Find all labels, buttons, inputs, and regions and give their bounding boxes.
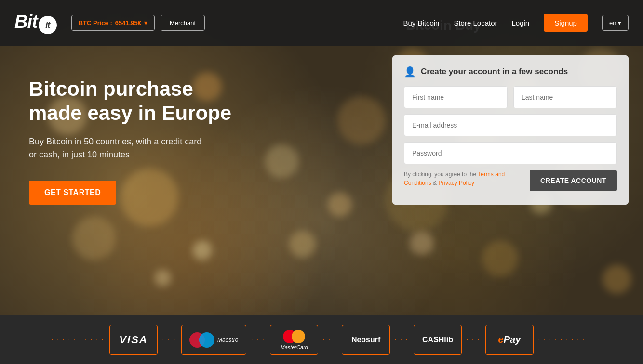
maestro-text: Maestro <box>217 337 238 343</box>
payment-dots-4: · · · <box>390 337 414 342</box>
btc-price-label: BTC Price : <box>79 19 112 26</box>
hero-section: Bitcoin purchase made easy in Europe Buy… <box>0 0 643 315</box>
form-header: 👤 Create your account in a few seconds <box>404 66 617 78</box>
maestro-circle-blue <box>199 332 214 348</box>
btc-price-dropdown-icon: ▾ <box>144 19 147 26</box>
create-account-button[interactable]: CREATE ACCOUNT <box>530 170 617 191</box>
neosurf-text: Neosurf <box>351 336 380 344</box>
email-input[interactable] <box>404 114 617 136</box>
maestro-logo: Maestro <box>181 325 246 355</box>
visa-text: VISA <box>119 334 147 346</box>
form-bottom: By clicking, you agree to the Terms and … <box>404 170 617 191</box>
mastercard-logo: MasterCard <box>270 325 318 355</box>
hero-content: Bitcoin purchase made easy in Europe Buy… <box>29 77 231 205</box>
header: Bitit BTC Price : 6541.95€ ▾ Merchant Bu… <box>0 0 643 46</box>
last-name-input[interactable] <box>513 86 617 108</box>
mc-circle-yellow <box>292 330 305 343</box>
nav-buy-bitcoin[interactable]: Buy Bitcoin <box>403 19 439 27</box>
logo: Bitit <box>14 12 57 35</box>
payment-dots-2: · · · <box>246 337 270 342</box>
user-icon: 👤 <box>404 66 416 78</box>
mastercard-content: MasterCard <box>280 330 308 350</box>
nav-login[interactable]: Login <box>512 19 530 27</box>
payment-dots-5: · · · <box>462 337 485 342</box>
payment-dots-1: · · · <box>158 337 181 342</box>
get-started-button[interactable]: GET STARTED <box>29 181 116 205</box>
mastercard-circles <box>283 330 305 343</box>
lang-selector[interactable]: en ▾ <box>602 15 629 31</box>
maestro-circles: Maestro <box>189 332 238 348</box>
visa-logo: VISA <box>109 325 158 355</box>
header-nav: Buy Bitcoin Store Locator Login Signup e… <box>403 14 629 32</box>
password-input[interactable] <box>404 142 617 164</box>
btc-price-value: 6541.95€ <box>115 19 141 26</box>
cashlib-logo: CASHlib <box>414 325 462 355</box>
name-row <box>404 86 617 108</box>
payment-dots-left: · · · · · · · · · · <box>47 337 109 342</box>
privacy-link[interactable]: Privacy Policy <box>438 180 474 186</box>
nav-store-locator[interactable]: Store Locator <box>454 19 497 27</box>
payment-dots-3: · · · <box>318 337 342 342</box>
epay-logo: ePay <box>485 325 534 355</box>
cashlib-text: CASHlib <box>422 336 453 344</box>
register-form: 👤 Create your account in a few seconds B… <box>392 55 629 205</box>
hero-subtitle: Buy Bitcoin in 50 countries, with a cred… <box>29 135 231 161</box>
btc-price-button[interactable]: BTC Price : 6541.95€ ▾ <box>71 15 155 31</box>
payment-strip: · · · · · · · · · · VISA · · · Maestro ·… <box>0 315 643 364</box>
epay-e: e <box>498 334 504 345</box>
epay-text: ePay <box>498 334 521 345</box>
merchant-button[interactable]: Merchant <box>161 15 205 31</box>
neosurf-logo: Neosurf <box>342 325 390 355</box>
hero-title: Bitcoin purchase made easy in Europe <box>29 77 231 126</box>
first-name-input[interactable] <box>404 86 508 108</box>
form-terms: By clicking, you agree to the Terms and … <box>404 170 523 187</box>
logo-circle: it <box>39 16 57 34</box>
mastercard-text: MasterCard <box>280 344 308 350</box>
logo-text: Bitit <box>14 12 57 35</box>
payment-dots-right: · · · · · · · · · · <box>534 337 596 342</box>
nav-signup-button[interactable]: Signup <box>544 14 588 32</box>
form-title: Create your account in a few seconds <box>421 67 568 77</box>
